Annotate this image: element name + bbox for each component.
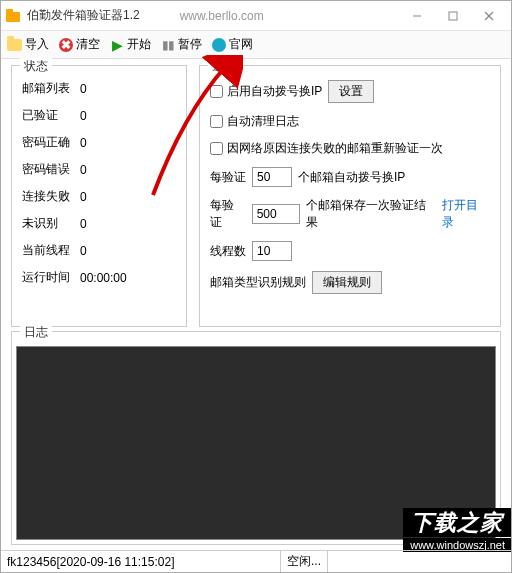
svg-rect-3 [449, 12, 457, 20]
current-threads-label: 当前线程 [22, 242, 80, 259]
start-button[interactable]: ▶ 开始 [110, 36, 151, 53]
status-panel-title: 状态 [20, 58, 52, 75]
pause-icon: ▮▮ [161, 38, 175, 52]
close-button[interactable] [471, 1, 507, 31]
retry-net-fail-checkbox[interactable] [210, 142, 223, 155]
dial-count-input[interactable] [252, 167, 292, 187]
auto-dial-option[interactable]: 启用自动拨号换IP [210, 83, 322, 100]
every-verify-label-2: 每验证 [210, 197, 246, 231]
pause-button[interactable]: ▮▮ 暂停 [161, 36, 202, 53]
save-count-input[interactable] [252, 204, 300, 224]
thread-count-input[interactable] [252, 241, 292, 261]
pw-correct-label: 密码正确 [22, 134, 80, 151]
rule-label: 邮箱类型识别规则 [210, 274, 306, 291]
save-suffix-label: 个邮箱保存一次验证结果 [306, 197, 437, 231]
title-url: www.berllo.com [180, 9, 399, 23]
auto-dial-checkbox[interactable] [210, 85, 223, 98]
svg-rect-0 [6, 12, 20, 22]
pause-label: 暂停 [178, 36, 202, 53]
options-panel-title: 选项 [208, 58, 240, 75]
globe-icon [212, 38, 226, 52]
unknown-label: 未识别 [22, 215, 80, 232]
conn-fail-value: 0 [80, 190, 176, 204]
retry-net-fail-label: 因网络原因连接失败的邮箱重新验证一次 [227, 140, 443, 157]
every-verify-label-1: 每验证 [210, 169, 246, 186]
runtime-label: 运行时间 [22, 269, 80, 286]
folder-icon [7, 39, 22, 51]
pw-wrong-label: 密码错误 [22, 161, 80, 178]
thread-count-label: 线程数 [210, 243, 246, 260]
maximize-button[interactable] [435, 1, 471, 31]
clear-button[interactable]: ✖ 清空 [59, 36, 100, 53]
auto-clean-log-label: 自动清理日志 [227, 113, 299, 130]
window-title: 伯勤发件箱验证器1.2 [27, 7, 140, 24]
verified-value: 0 [80, 109, 176, 123]
verified-label: 已验证 [22, 107, 80, 124]
statusbar-right: 空闲... [281, 551, 328, 572]
settings-button[interactable]: 设置 [328, 80, 374, 103]
svg-rect-1 [6, 9, 13, 13]
minimize-button[interactable] [399, 1, 435, 31]
auto-clean-log-option[interactable]: 自动清理日志 [210, 113, 299, 130]
website-label: 官网 [229, 36, 253, 53]
current-threads-value: 0 [80, 244, 176, 258]
statusbar: fk123456[2020-09-16 11:15:02] 空闲... [1, 550, 511, 572]
watermark: 下载之家 www.windowszj.net [403, 508, 511, 552]
website-button[interactable]: 官网 [212, 36, 253, 53]
retry-net-fail-option[interactable]: 因网络原因连接失败的邮箱重新验证一次 [210, 140, 443, 157]
mailbox-list-value: 0 [80, 82, 176, 96]
statusbar-left: fk123456[2020-09-16 11:15:02] [1, 551, 281, 572]
runtime-value: 00:00:00 [80, 271, 176, 285]
start-label: 开始 [127, 36, 151, 53]
window-titlebar: 伯勤发件箱验证器1.2 www.berllo.com [1, 1, 511, 31]
unknown-value: 0 [80, 217, 176, 231]
conn-fail-label: 连接失败 [22, 188, 80, 205]
dial-suffix-label: 个邮箱自动拨号换IP [298, 169, 405, 186]
clear-label: 清空 [76, 36, 100, 53]
mailbox-list-label: 邮箱列表 [22, 80, 80, 97]
pw-correct-value: 0 [80, 136, 176, 150]
auto-clean-log-checkbox[interactable] [210, 115, 223, 128]
app-icon [5, 8, 21, 24]
clear-icon: ✖ [59, 38, 73, 52]
edit-rule-button[interactable]: 编辑规则 [312, 271, 382, 294]
import-label: 导入 [25, 36, 49, 53]
status-panel: 状态 邮箱列表0 已验证0 密码正确0 密码错误0 连接失败0 未识别0 当前线… [11, 65, 187, 327]
import-button[interactable]: 导入 [7, 36, 49, 53]
open-dir-link[interactable]: 打开目录 [442, 197, 490, 231]
options-panel: 选项 启用自动拨号换IP 设置 自动清理日志 因网络原因连接失败的邮箱重新验证一… [199, 65, 501, 327]
toolbar: 导入 ✖ 清空 ▶ 开始 ▮▮ 暂停 官网 [1, 31, 511, 59]
watermark-text: 下载之家 [403, 508, 511, 537]
play-icon: ▶ [110, 38, 124, 52]
auto-dial-label: 启用自动拨号换IP [227, 83, 322, 100]
pw-wrong-value: 0 [80, 163, 176, 177]
log-panel-title: 日志 [20, 324, 52, 341]
